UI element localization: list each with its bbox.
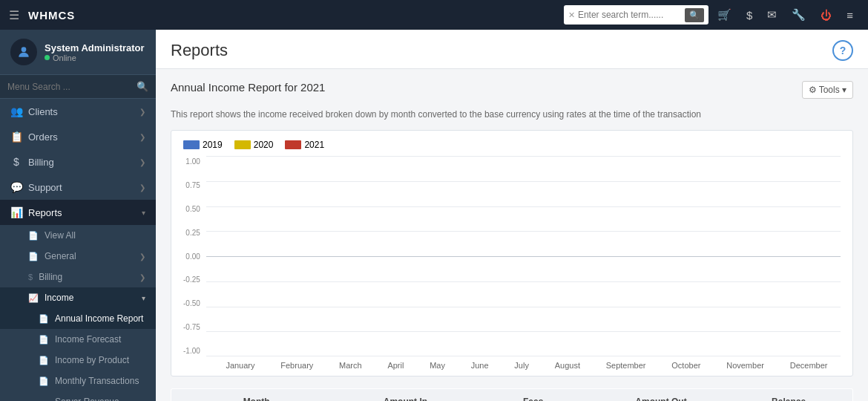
brand-logo: WHMCS (28, 9, 75, 22)
search-clear-icon[interactable]: ✕ (568, 10, 575, 20)
user-section: System Administrator Online (0, 30, 156, 75)
y-label-6: -0.25 (183, 276, 200, 284)
sidebar-sub-income-forecast[interactable]: 📄 Income Forecast (0, 329, 156, 350)
status-dot (45, 55, 50, 60)
grid-line-6 (206, 281, 841, 282)
support-icon: 💬 (10, 181, 22, 193)
general-chevron: ❯ (139, 252, 145, 261)
billing-chevron: ❯ (139, 158, 145, 166)
report-title: Annual Income Report for 2021 (171, 81, 325, 94)
user-info: System Administrator Online (45, 42, 145, 62)
grid-line-2 (206, 181, 841, 182)
menu-search-input[interactable] (7, 82, 137, 92)
grid-line-8 (206, 331, 841, 332)
x-jan: January (226, 361, 254, 370)
x-aug: August (555, 361, 580, 370)
menu-search-wrap: 🔍 (0, 75, 156, 99)
monthly-transactions-icon: 📄 (39, 376, 49, 386)
status-label: Online (53, 53, 76, 62)
menu-icon[interactable]: ≡ (841, 5, 859, 25)
general-label: General (45, 251, 76, 261)
grid-line-7 (206, 307, 841, 307)
billing-sub-label: Billing (39, 272, 62, 282)
income-icon: 📈 (28, 293, 39, 303)
cart-icon[interactable]: 🛒 (711, 4, 737, 25)
legend-color-2021 (285, 140, 301, 149)
report-description: This report shows the income received br… (171, 109, 853, 120)
support-label: Support (28, 182, 62, 193)
reports-icon: 📊 (10, 206, 22, 218)
annual-income-icon: 📄 (39, 314, 49, 324)
sidebar-sub-income-by-product[interactable]: 📄 Income by Product (0, 350, 156, 371)
hamburger-icon[interactable]: ☰ (9, 8, 19, 22)
server-revenue-label: Server Revenue Forecasts (55, 397, 145, 401)
user-avatar (10, 39, 37, 65)
legend-2019: 2019 (183, 140, 223, 150)
income-by-product-icon: 📄 (39, 356, 49, 365)
x-sep: September (606, 361, 646, 370)
grid-line-3 (206, 206, 841, 207)
sidebar-item-clients[interactable]: 👥Clients ❯ (0, 99, 156, 124)
col-header-fees: Fees (470, 389, 597, 402)
y-label-8: -0.75 (183, 323, 200, 331)
help-button[interactable]: ? (832, 40, 853, 61)
y-label-9: -1.00 (183, 347, 200, 355)
power-icon[interactable]: ⏻ (815, 5, 838, 25)
sidebar: System Administrator Online 🔍 👥Clients ❯… (0, 30, 156, 401)
chart-x-axis: January February March April May June Ju… (183, 356, 841, 370)
email-icon[interactable]: ✉ (761, 4, 783, 25)
billing-icon[interactable]: $ (740, 5, 758, 25)
search-box: ✕ 🔍 (564, 5, 708, 25)
sidebar-sub-monthly-transactions[interactable]: 📄 Monthly Transactions (0, 371, 156, 391)
topbar-right: ✕ 🔍 🛒 $ ✉ 🔧 ⏻ ≡ (564, 4, 859, 25)
annual-income-label: Annual Income Report (55, 313, 143, 324)
search-input[interactable] (578, 10, 682, 20)
y-label-4: 0.25 (185, 229, 200, 237)
sidebar-sub-income[interactable]: 📈 Income ▾ (0, 287, 156, 308)
y-label-7: -0.50 (183, 299, 200, 307)
sidebar-item-reports[interactable]: 📊Reports ▾ (0, 200, 156, 225)
income-label: Income (45, 293, 73, 303)
tools-icon[interactable]: 🔧 (786, 4, 812, 25)
chart-area: 1.00 0.75 0.50 0.25 0.00 -0.25 -0.50 -0.… (183, 156, 841, 356)
page-title: Reports (171, 41, 228, 60)
income-chevron: ▾ (142, 294, 145, 302)
search-button[interactable]: 🔍 (685, 8, 704, 22)
billing-label: Billing (28, 157, 54, 168)
col-header-amount-out: Amount Out (597, 389, 725, 402)
main-layout: System Administrator Online 🔍 👥Clients ❯… (0, 30, 868, 401)
x-mar: March (339, 361, 362, 370)
grid-line-zero (206, 256, 841, 257)
content-body: Annual Income Report for 2021 ⚙ Tools ▾ … (156, 69, 868, 401)
orders-label: Orders (28, 131, 58, 143)
sidebar-sub-general[interactable]: 📄 General ❯ (0, 246, 156, 267)
grid-line-4 (206, 231, 841, 232)
sidebar-sub-server-revenue[interactable]: 📄 Server Revenue Forecasts (0, 391, 156, 401)
sidebar-item-orders[interactable]: 📋Orders ❯ (0, 124, 156, 149)
x-apr: April (387, 361, 404, 370)
orders-chevron: ❯ (139, 133, 145, 141)
content-header: Reports ? (156, 30, 868, 69)
legend-color-2020 (234, 140, 251, 149)
chart-y-axis: 1.00 0.75 0.50 0.25 0.00 -0.25 -0.50 -0.… (183, 156, 206, 356)
billing-sub-chevron: ❯ (139, 273, 145, 281)
tools-button[interactable]: ⚙ Tools ▾ (802, 81, 853, 99)
chart-container: 2019 2020 2021 1.00 0.75 0.50 (171, 130, 853, 376)
user-status: Online (45, 53, 145, 62)
col-header-balance: Balance (725, 389, 852, 402)
sidebar-sub-billing[interactable]: $ Billing ❯ (0, 267, 156, 287)
sidebar-item-billing[interactable]: $Billing ❯ (0, 149, 156, 175)
x-jul: July (514, 361, 529, 370)
income-forecast-label: Income Forecast (55, 334, 121, 345)
sidebar-sub-view-all[interactable]: 📄 View All (0, 225, 156, 246)
reports-label: Reports (28, 207, 62, 218)
y-label-1: 1.00 (185, 157, 200, 166)
view-all-label: View All (45, 230, 76, 241)
orders-icon: 📋 (10, 131, 22, 143)
sidebar-item-support[interactable]: 💬Support ❯ (0, 175, 156, 200)
clients-icon: 👥 (10, 105, 22, 117)
billing-sub-icon: $ (28, 273, 33, 281)
sidebar-sub-annual-income[interactable]: 📄 Annual Income Report (0, 308, 156, 329)
chart-legend: 2019 2020 2021 (183, 140, 841, 150)
support-chevron: ❯ (139, 183, 145, 192)
